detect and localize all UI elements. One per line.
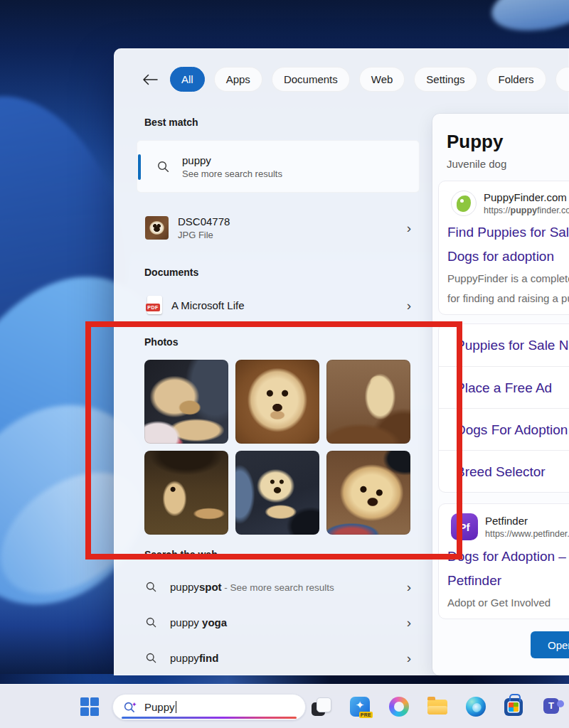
sparkle-icon: ✦ bbox=[132, 701, 137, 708]
puppyfinder-description: PuppyFinder is a complete resource bbox=[447, 272, 569, 284]
dev-home-preview-button[interactable]: PRE bbox=[350, 697, 370, 717]
text-caret bbox=[176, 701, 177, 713]
link-puppies-for-sale[interactable]: Puppies for Sale Near You bbox=[439, 324, 569, 366]
tab-apps[interactable]: Apps bbox=[214, 67, 262, 92]
file-result-texts: DSC04778 JPG File bbox=[178, 215, 230, 240]
file-thumbnail-image bbox=[145, 216, 169, 240]
preview-subtitle: Juvenile dog bbox=[447, 158, 569, 170]
petfinder-result-link[interactable]: Petfinder bbox=[447, 573, 569, 589]
web-suggestion-text: puppyspot - See more search results bbox=[170, 581, 334, 593]
source-url: https://puppyfinder.com bbox=[484, 205, 569, 215]
tab-web[interactable]: Web bbox=[359, 67, 405, 92]
best-match-header: Best match bbox=[144, 117, 421, 128]
best-match-texts: puppy See more search results bbox=[182, 154, 282, 179]
best-match-subtitle: See more search results bbox=[182, 168, 282, 179]
best-match-result[interactable]: puppy See more search results bbox=[137, 140, 420, 193]
photo-result-6[interactable] bbox=[326, 451, 410, 535]
tab-photos-partial[interactable]: Photos bbox=[555, 67, 569, 92]
photo-result-5[interactable] bbox=[235, 451, 319, 535]
preview-badge: PRE bbox=[359, 712, 373, 718]
puppyfinder-description: for finding and raising a puppy bbox=[447, 292, 569, 304]
documents-header: Documents bbox=[144, 267, 421, 278]
arrow-left-icon bbox=[142, 74, 158, 85]
tab-settings[interactable]: Settings bbox=[414, 67, 477, 92]
petfinder-source-texts: Petfinder https://www.petfinder.com bbox=[485, 515, 569, 539]
tab-all[interactable]: All bbox=[170, 67, 205, 92]
related-links-list: Puppies for Sale Near You Place a Free A… bbox=[438, 323, 569, 493]
search-icon bbox=[156, 160, 170, 173]
puppyfinder-result-link[interactable]: Find Puppies for Sale and bbox=[447, 225, 569, 240]
web-suggestion-text: puppyfind bbox=[170, 652, 218, 664]
start-logo-pane bbox=[90, 707, 99, 716]
photo-result-4[interactable] bbox=[144, 451, 228, 535]
link-place-free-ad[interactable]: Place a Free Ad bbox=[439, 366, 569, 408]
document-result-row[interactable]: PDF A Microsoft Life › bbox=[137, 288, 421, 322]
search-web-header: Search the web bbox=[144, 549, 421, 560]
petfinder-result-link[interactable]: Dogs for Adoption – bbox=[447, 549, 569, 564]
tab-folders[interactable]: Folders bbox=[486, 67, 546, 92]
pdf-badge: PDF bbox=[146, 304, 160, 311]
search-preview-panel: Puppy Juvenile dog PuppyFinder.com https… bbox=[432, 114, 569, 675]
start-logo-pane bbox=[80, 697, 89, 706]
file-title: DSC04778 bbox=[178, 215, 230, 228]
web-suggestion-row[interactable]: puppyspot - See more search results › bbox=[137, 569, 421, 604]
puppyfinder-result-link[interactable]: Dogs for adoption bbox=[447, 249, 569, 264]
puppyfinder-source-row: PuppyFinder.com https://puppyfinder.com bbox=[451, 191, 569, 216]
chevron-right-icon[interactable]: › bbox=[407, 580, 411, 594]
link-dogs-for-adoption[interactable]: Dogs For Adoption bbox=[439, 408, 569, 450]
edge-browser-button[interactable] bbox=[466, 697, 486, 717]
source-url: https://www.petfinder.com bbox=[485, 529, 569, 539]
wallpaper-petal bbox=[486, 0, 569, 40]
start-button[interactable] bbox=[80, 697, 99, 716]
open-button[interactable]: Open bbox=[531, 631, 569, 658]
selection-accent-bar bbox=[138, 154, 141, 180]
photos-header: Photos bbox=[144, 336, 421, 348]
search-results-column: Best match puppy See more search results… bbox=[137, 112, 421, 675]
task-view-button[interactable] bbox=[312, 697, 331, 717]
search-icon bbox=[145, 581, 157, 593]
document-texts: A Microsoft Life bbox=[171, 299, 245, 311]
tab-documents[interactable]: Documents bbox=[272, 67, 350, 92]
taskbar-search-value: Puppy bbox=[144, 701, 175, 713]
web-suggestions: puppyspot - See more search results › pu… bbox=[137, 569, 421, 675]
search-flyout: All Apps Documents Web Settings Folders … bbox=[114, 48, 569, 675]
chevron-right-icon[interactable]: › bbox=[407, 651, 411, 665]
web-suggestion-text: puppy yoga bbox=[170, 616, 227, 628]
desktop: All Apps Documents Web Settings Folders … bbox=[0, 0, 569, 728]
source-name: PuppyFinder.com bbox=[484, 191, 569, 203]
start-logo-pane bbox=[90, 697, 99, 706]
photo-result-1[interactable] bbox=[144, 360, 228, 444]
chevron-right-icon[interactable]: › bbox=[407, 221, 411, 235]
search-gradient-underline bbox=[122, 717, 297, 719]
file-explorer-button[interactable] bbox=[427, 700, 447, 714]
web-suggestion-row[interactable]: puppyfind › bbox=[137, 640, 421, 675]
start-logo-pane bbox=[80, 707, 89, 716]
link-breed-selector[interactable]: Breed Selector bbox=[439, 450, 569, 492]
chevron-right-icon[interactable]: › bbox=[407, 616, 411, 629]
taskbar-search-box[interactable]: ✦ Puppy bbox=[112, 694, 306, 720]
search-filter-tabs: All Apps Documents Web Settings Folders … bbox=[139, 67, 569, 92]
teams-button[interactable]: T bbox=[543, 698, 559, 714]
puppyfinder-source-texts: PuppyFinder.com https://puppyfinder.com bbox=[484, 191, 569, 215]
document-title: A Microsoft Life bbox=[171, 299, 245, 311]
photo-result-2[interactable] bbox=[235, 360, 319, 444]
puppyfinder-logo-icon bbox=[451, 191, 477, 216]
microsoft-store-button[interactable] bbox=[504, 698, 523, 716]
back-button[interactable] bbox=[139, 69, 161, 90]
taskbar: ✦ Puppy PRE T bbox=[0, 684, 569, 728]
photo-results-grid bbox=[144, 360, 421, 535]
preview-title: Puppy bbox=[447, 131, 569, 153]
web-suggestion-row[interactable]: puppy yoga › bbox=[137, 604, 421, 640]
file-type: JPG File bbox=[178, 230, 230, 240]
pdf-file-icon: PDF bbox=[147, 296, 162, 314]
petfinder-source-row: Pf Petfinder https://www.petfinder.com bbox=[451, 513, 569, 540]
best-match-query: puppy bbox=[182, 154, 282, 166]
petfinder-card: Pf Petfinder https://www.petfinder.com D… bbox=[438, 503, 569, 619]
puppyfinder-card: PuppyFinder.com https://puppyfinder.com … bbox=[438, 181, 569, 315]
source-name: Petfinder bbox=[485, 515, 569, 527]
photo-result-3[interactable] bbox=[326, 360, 410, 444]
copilot-button[interactable] bbox=[389, 697, 409, 717]
search-icon bbox=[145, 652, 157, 664]
file-result-row[interactable]: DSC04778 JPG File › bbox=[137, 208, 421, 247]
chevron-right-icon[interactable]: › bbox=[407, 299, 411, 312]
